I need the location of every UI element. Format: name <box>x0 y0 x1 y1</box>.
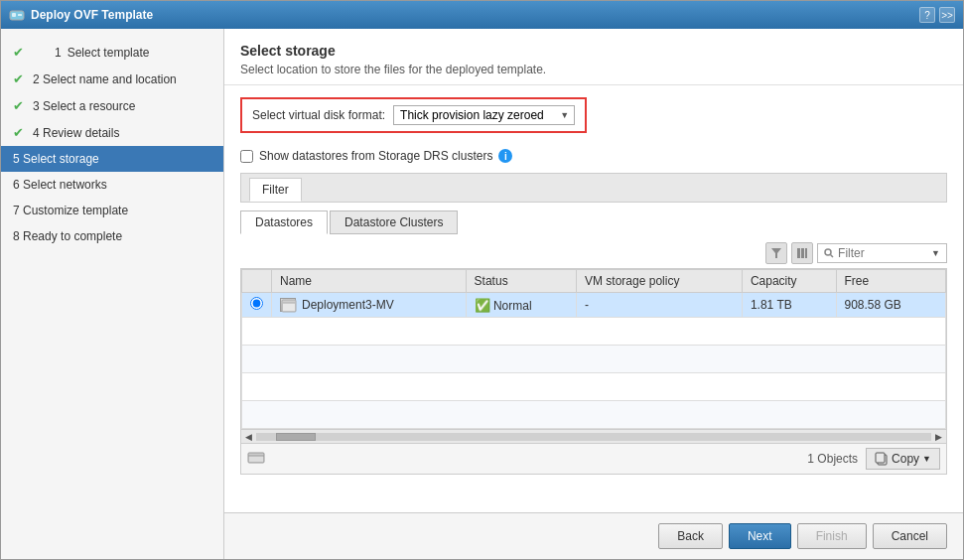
sidebar-item-step4[interactable]: ✔ 4 Review details <box>1 119 223 146</box>
table-footer: 1 Objects Copy ▼ <box>240 444 947 475</box>
search-icon <box>824 248 834 258</box>
storage-table: Name Status VM storage policy Capacity F… <box>241 269 946 429</box>
main-body: Select virtual disk format: Thin provisi… <box>224 85 963 512</box>
sidebar-item-step5[interactable]: 5 Select storage <box>1 146 223 172</box>
table-row-empty2 <box>242 346 946 373</box>
scroll-handle[interactable] <box>276 433 316 441</box>
show-datastores-row: Show datastores from Storage DRS cluster… <box>240 149 947 163</box>
help-button[interactable]: ? <box>919 7 935 23</box>
filter-tab[interactable]: Filter <box>249 178 302 202</box>
table-toolbar: ▼ <box>240 242 947 264</box>
footer: Back Next Finish Cancel <box>224 512 963 559</box>
copy-btn-label: Copy <box>892 452 919 466</box>
sidebar-label-step8: 8 Ready to complete <box>13 229 122 243</box>
svg-rect-1 <box>12 13 16 17</box>
deploy-ovf-window: Deploy OVF Template ? >> ✔ 1 Select temp… <box>0 0 964 560</box>
title-bar-controls: ? >> <box>919 7 955 23</box>
table-row-empty4 <box>242 401 946 429</box>
datastore-icon <box>280 298 296 312</box>
datastore-tabs: Datastores Datastore Clusters <box>240 210 947 234</box>
window-title: Deploy OVF Template <box>31 8 153 22</box>
svg-rect-4 <box>797 248 800 258</box>
main-title: Select storage <box>240 43 947 59</box>
row-status-text: Normal <box>493 299 532 313</box>
disk-format-select[interactable]: Thin provision Thick provision lazy zero… <box>393 105 575 125</box>
main-header: Select storage Select location to store … <box>224 29 963 85</box>
columns-icon <box>796 247 808 259</box>
footer-ds-icon <box>247 451 265 465</box>
show-datastores-checkbox[interactable] <box>240 150 253 163</box>
svg-rect-5 <box>801 248 804 258</box>
name-cell: Deployment3-MV <box>280 298 458 312</box>
filter-input-wrapper: ▼ <box>817 243 947 263</box>
title-bar: Deploy OVF Template ? >> <box>1 1 963 29</box>
check-icon-step3: ✔ <box>13 98 27 113</box>
svg-marker-3 <box>771 248 781 258</box>
expand-button[interactable]: >> <box>939 7 955 23</box>
sidebar-item-step7[interactable]: 7 Customize template <box>1 198 223 223</box>
info-icon: i <box>498 149 512 163</box>
finish-button[interactable]: Finish <box>797 523 867 549</box>
sidebar-item-step8[interactable]: 8 Ready to complete <box>1 223 223 249</box>
row-capacity: 1.81 TB <box>742 293 836 318</box>
tab-datastore-clusters[interactable]: Datastore Clusters <box>330 210 458 234</box>
row-vm-storage-policy: - <box>577 293 743 318</box>
footer-left <box>247 451 265 468</box>
row-radio[interactable] <box>242 293 272 318</box>
table-scroll-area[interactable]: Name Status VM storage policy Capacity F… <box>240 268 947 430</box>
row-radio-input[interactable] <box>250 297 263 310</box>
sidebar-item-step3[interactable]: ✔ 3 Select a resource <box>1 92 223 119</box>
next-button[interactable]: Next <box>729 523 791 549</box>
filter-input[interactable] <box>838 246 927 260</box>
col-status[interactable]: Status <box>466 270 576 293</box>
filter-tab-bar: Filter <box>240 173 947 203</box>
sidebar-label-step3: 3 Select a resource <box>33 99 135 113</box>
disk-format-section: Select virtual disk format: Thin provisi… <box>240 97 947 141</box>
ovf-icon <box>9 7 25 23</box>
sidebar-label-step1: 1 <box>55 46 62 60</box>
disk-format-select-wrapper[interactable]: Thin provision Thick provision lazy zero… <box>393 105 575 125</box>
copy-dropdown-arrow[interactable]: ▼ <box>922 454 931 464</box>
back-button[interactable]: Back <box>658 523 723 549</box>
toolbar-columns-icon[interactable] <box>791 242 813 264</box>
sidebar-item-step2[interactable]: ✔ 2 Select name and location <box>1 66 223 92</box>
disk-format-label: Select virtual disk format: <box>252 108 385 122</box>
svg-line-8 <box>831 255 834 258</box>
col-select <box>242 270 272 293</box>
scroll-right-arrow[interactable]: ▶ <box>931 432 946 442</box>
svg-rect-16 <box>876 453 885 463</box>
sidebar-item-step6[interactable]: 6 Select networks <box>1 172 223 198</box>
check-icon-step2: ✔ <box>13 71 27 86</box>
col-free[interactable]: Free <box>836 270 946 293</box>
objects-count: 1 Objects <box>807 452 858 466</box>
table-row[interactable]: Deployment3-MV ✅ Normal - 1.81 TB 908.58… <box>242 293 946 318</box>
check-icon-step1: ✔ <box>13 45 27 60</box>
main-panel: Select storage Select location to store … <box>224 29 963 559</box>
content-area: ✔ 1 Select template ✔ 2 Select name and … <box>1 29 963 559</box>
check-icon-step4: ✔ <box>13 125 27 140</box>
col-name[interactable]: Name <box>272 270 467 293</box>
cancel-button[interactable]: Cancel <box>873 523 947 549</box>
row-name-text: Deployment3-MV <box>302 298 394 312</box>
copy-button[interactable]: Copy ▼ <box>866 448 940 470</box>
svg-rect-2 <box>18 14 22 16</box>
table-horiz-scroll[interactable]: ◀ ▶ <box>240 430 947 444</box>
col-vm-storage-policy[interactable]: VM storage policy <box>577 270 743 293</box>
table-row-empty3 <box>242 373 946 401</box>
sidebar-item-step1[interactable]: ✔ 1 Select template <box>1 39 223 66</box>
toolbar-filter-icon[interactable] <box>765 242 787 264</box>
title-bar-left: Deploy OVF Template <box>9 7 153 23</box>
row-name: Deployment3-MV <box>272 293 467 318</box>
tab-datastores[interactable]: Datastores <box>240 210 328 234</box>
sidebar-label-step4: 4 Review details <box>33 126 119 140</box>
sidebar-label-step5: 5 Select storage <box>13 152 99 166</box>
footer-right: 1 Objects Copy ▼ <box>807 448 940 470</box>
row-free: 908.58 GB <box>836 293 946 318</box>
scroll-track[interactable] <box>256 433 931 441</box>
sidebar-label-step7: 7 Customize template <box>13 204 128 217</box>
col-capacity[interactable]: Capacity <box>742 270 836 293</box>
row-status: ✅ Normal <box>466 293 576 318</box>
scroll-left-arrow[interactable]: ◀ <box>241 432 256 442</box>
filter-dropdown-arrow[interactable]: ▼ <box>931 248 940 258</box>
main-subtitle: Select location to store the files for t… <box>240 63 947 76</box>
